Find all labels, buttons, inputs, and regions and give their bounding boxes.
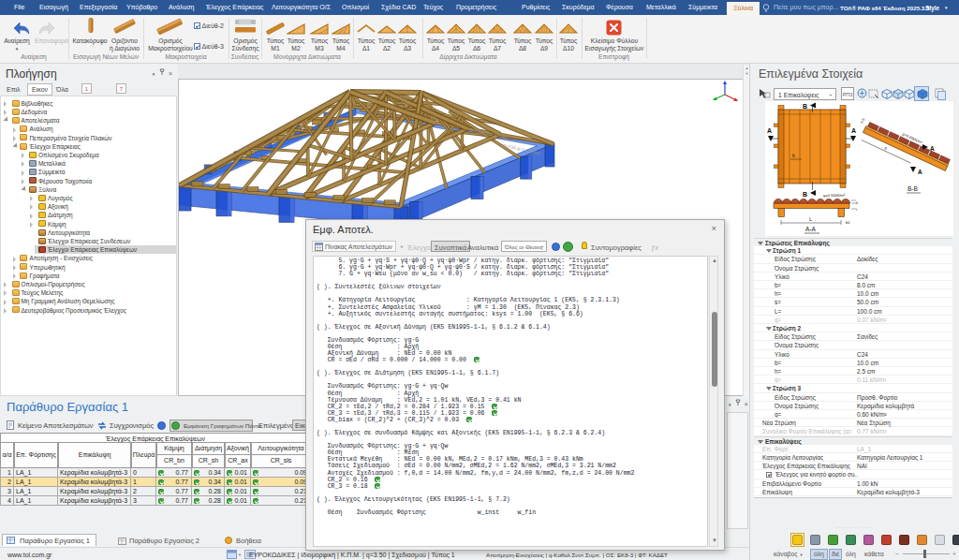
svg-text:A-A: A-A <box>805 226 817 232</box>
svg-text:A: A <box>930 145 935 152</box>
svg-text:B-B: B-B <box>907 185 918 192</box>
svg-text:h: h <box>856 200 858 205</box>
svg-text:L: L <box>809 216 812 222</box>
svg-text:A: A <box>767 127 772 134</box>
svg-text:A: A <box>851 127 856 134</box>
svg-text:b0: b0 <box>846 220 850 225</box>
svg-text:b: b <box>792 153 795 158</box>
svg-text:A: A <box>918 169 922 175</box>
svg-text:g=0.50kN/m²: g=0.50kN/m² <box>823 193 846 198</box>
svg-text:B: B <box>803 103 807 110</box>
svg-text:B: B <box>803 191 807 198</box>
